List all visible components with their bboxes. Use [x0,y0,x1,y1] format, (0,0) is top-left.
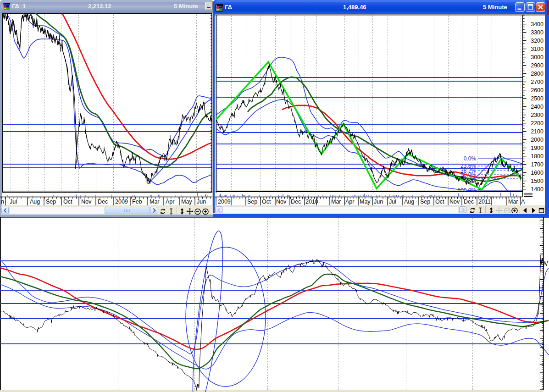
svg-text:Apr: Apr [345,199,354,205]
svg-text:1400: 1400 [531,186,543,193]
svg-text:2400: 2400 [531,104,543,110]
svg-text:Mar: Mar [508,199,518,205]
svg-text:n: n [1,199,4,205]
svg-text:2200: 2200 [531,120,543,127]
svg-text:Oct: Oct [435,199,444,205]
svg-text:3200: 3200 [531,38,543,44]
svg-text:2300: 2300 [531,112,543,118]
svg-text:Sep: Sep [247,199,257,205]
svg-text:2009: 2009 [218,199,231,205]
svg-text:3100: 3100 [531,46,543,52]
svg-text:3400: 3400 [531,21,543,28]
svg-text:Dec: Dec [98,199,108,205]
svg-text:1600: 1600 [531,170,543,176]
svg-text:Mar: Mar [150,199,160,205]
svg-text:Feb: Feb [132,199,142,205]
svg-text:2600: 2600 [531,87,543,94]
svg-text:2000: 2000 [531,137,543,143]
svg-text:1800: 1800 [531,153,543,160]
svg-text:Apr: Apr [166,199,174,205]
svg-text:1700: 1700 [531,161,543,168]
svg-text:3300: 3300 [531,29,543,36]
svg-text:1900: 1900 [531,145,543,151]
svg-text:2700: 2700 [531,79,543,85]
svg-text:Sep: Sep [46,199,56,205]
svg-text:1500: 1500 [531,178,543,184]
svg-text:2009: 2009 [115,199,128,205]
svg-text:A: A [521,199,525,205]
svg-text:Nov: Nov [276,199,287,205]
svg-text:Nov: Nov [81,199,92,205]
svg-text:0.0%: 0.0% [464,155,477,162]
svg-text:Jul: Jul [389,199,396,205]
svg-text:Dec: Dec [291,199,301,205]
svg-text:Dec: Dec [464,199,474,205]
svg-text:Jun: Jun [374,199,383,205]
svg-text:2900: 2900 [531,62,543,69]
svg-text:Oct: Oct [262,199,271,205]
svg-text:2100: 2100 [531,128,543,135]
svg-text:2011: 2011 [478,199,491,205]
svg-text:Nov: Nov [449,199,460,205]
svg-text:May: May [360,199,371,205]
svg-text:Jul: Jul [10,199,17,205]
svg-text:Aug: Aug [404,199,414,205]
svg-text:Sep: Sep [420,199,430,205]
svg-text:2800: 2800 [531,71,543,77]
svg-text:2010: 2010 [305,199,318,205]
svg-text:2500: 2500 [531,95,543,102]
svg-text:May: May [181,199,192,205]
svg-text:Mar: Mar [331,199,341,205]
svg-text:Aug: Aug [30,199,40,205]
svg-text:3000: 3000 [531,54,543,61]
svg-text:Oct: Oct [63,199,72,205]
svg-text:Jun: Jun [197,199,206,205]
